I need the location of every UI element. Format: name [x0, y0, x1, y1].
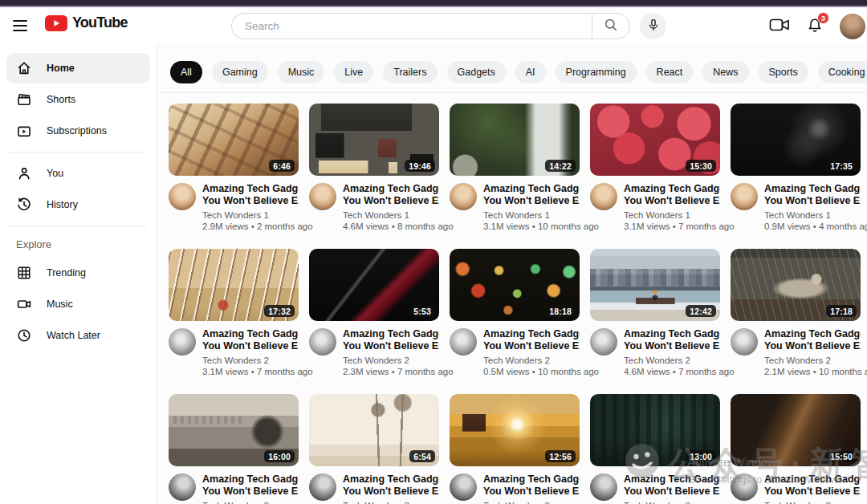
channel-name[interactable]: Tech Wonders 1 [343, 210, 439, 220]
menu-button[interactable] [13, 17, 32, 35]
channel-avatar[interactable] [450, 474, 477, 501]
video-card[interactable]: 17:35 Amazing Tech Gadgets You Won't Bel… [731, 104, 861, 231]
video-thumbnail[interactable]: 17:18 [731, 249, 861, 321]
chip-gaming[interactable]: Gaming [212, 61, 268, 83]
chip-live[interactable]: Live [334, 61, 373, 83]
channel-name[interactable]: Tech Wonders 2 [624, 356, 720, 365]
chip-sports[interactable]: Sports [759, 61, 808, 83]
video-title[interactable]: Amazing Tech Gadgets You Won't Believe E… [624, 183, 720, 207]
channel-avatar[interactable] [169, 328, 196, 356]
video-title[interactable]: Amazing Tech Gadgets You Won't Believe E… [624, 474, 720, 498]
channel-avatar[interactable] [590, 328, 617, 356]
channel-avatar[interactable] [169, 183, 196, 210]
chip-gadgets[interactable]: Gadgets [447, 61, 506, 83]
video-card[interactable]: 19:46 Amazing Tech Gadgets You Won't Bel… [309, 104, 439, 231]
channel-name[interactable]: Tech Wonders 3 [764, 501, 861, 504]
channel-name[interactable]: Tech Wonders 2 [764, 356, 861, 365]
chip-trailers[interactable]: Trailers [383, 61, 437, 83]
channel-name[interactable]: Tech Wonders 2 [202, 356, 299, 365]
video-thumbnail[interactable]: 6:54 [309, 394, 439, 466]
video-card[interactable]: 17:18 Amazing Tech Gadgets You Won't Bel… [731, 249, 861, 376]
video-card[interactable]: 15:50 Amazing Tech Gadgets You Won't Bel… [731, 394, 861, 504]
video-title[interactable]: Amazing Tech Gadgets You Won't Believe E… [202, 328, 299, 352]
chip-cooking[interactable]: Cooking [818, 61, 867, 83]
channel-name[interactable]: Tech Wonders 2 [483, 356, 580, 365]
channel-avatar[interactable] [731, 183, 758, 210]
sidebar-item-trending[interactable]: Trending [6, 258, 150, 288]
video-thumbnail[interactable]: 13:00 [590, 394, 720, 466]
channel-avatar[interactable] [450, 183, 477, 210]
sidebar-item-music[interactable]: Music [6, 289, 150, 319]
chip-ai[interactable]: AI [515, 61, 546, 83]
video-title[interactable]: Amazing Tech Gadgets You Won't Believe E… [483, 183, 580, 207]
create-video-button[interactable] [769, 17, 790, 35]
video-card[interactable]: 6:54 Amazing Tech Gadgets You Won't Beli… [309, 394, 439, 504]
chip-react[interactable]: React [646, 61, 694, 83]
video-thumbnail[interactable]: 19:46 [309, 104, 439, 176]
sidebar-item-watch-later[interactable]: Watch Later [6, 320, 150, 351]
video-card[interactable]: 5:53 Amazing Tech Gadgets You Won't Beli… [309, 249, 439, 376]
channel-name[interactable]: Tech Wonders 1 [764, 210, 861, 220]
channel-avatar[interactable] [590, 183, 617, 210]
youtube-logo[interactable]: YouTube [45, 14, 128, 31]
video-title[interactable]: Amazing Tech Gadgets You Won't Believe E… [343, 328, 439, 352]
video-thumbnail[interactable]: 17:32 [169, 249, 299, 321]
video-title[interactable]: Amazing Tech Gadgets You Won't Believe E… [764, 183, 861, 207]
channel-name[interactable]: Tech Wonders 3 [343, 501, 439, 504]
chip-programming[interactable]: Programming [556, 61, 637, 83]
channel-avatar[interactable] [169, 474, 196, 501]
channel-avatar[interactable] [731, 328, 758, 356]
video-title[interactable]: Amazing Tech Gadgets You Won't Believe E… [624, 328, 720, 352]
channel-name[interactable]: Tech Wonders 1 [483, 210, 580, 220]
channel-name[interactable]: Tech Wonders 3 [202, 501, 299, 504]
channel-name[interactable]: Tech Wonders 2 [343, 356, 439, 365]
video-title[interactable]: Amazing Tech Gadgets You Won't Believe E… [202, 183, 299, 207]
channel-name[interactable]: Tech Wonders 1 [624, 210, 720, 220]
channel-name[interactable]: Tech Wonders 3 [624, 501, 720, 504]
video-title[interactable]: Amazing Tech Gadgets You Won't Believe E… [483, 328, 580, 352]
video-card[interactable]: 18:18 Amazing Tech Gadgets You Won't Bel… [450, 249, 580, 376]
video-title[interactable]: Amazing Tech Gadgets You Won't Believe E… [764, 328, 861, 352]
voice-search-button[interactable] [640, 13, 666, 39]
video-thumbnail[interactable]: 16:00 [169, 394, 299, 466]
video-title[interactable]: Amazing Tech Gadgets You Won't Believe E… [483, 474, 580, 498]
channel-name[interactable]: Tech Wonders 1 [202, 210, 299, 220]
video-card[interactable]: 16:00 Amazing Tech Gadgets You Won't Bel… [169, 394, 299, 504]
video-card[interactable]: 17:32 Amazing Tech Gadgets You Won't Bel… [169, 249, 299, 376]
sidebar-item-history[interactable]: History [6, 189, 150, 220]
channel-avatar[interactable] [309, 183, 336, 210]
video-card[interactable]: 12:42 Amazing Tech Gadgets You Won't Bel… [590, 249, 720, 376]
video-thumbnail[interactable]: 6:46 [169, 104, 299, 176]
video-thumbnail[interactable]: 14:22 [450, 104, 580, 176]
video-thumbnail[interactable]: 15:30 [590, 104, 720, 176]
video-thumbnail[interactable]: 15:50 [731, 394, 861, 466]
chip-music[interactable]: Music [278, 61, 325, 83]
sidebar-item-home[interactable]: Home [6, 53, 150, 83]
search-button[interactable] [592, 13, 630, 39]
video-thumbnail[interactable]: 17:35 [731, 104, 861, 176]
video-card[interactable]: 12:56 Amazing Tech Gadgets You Won't Bel… [450, 394, 580, 504]
channel-avatar[interactable] [309, 328, 336, 356]
sidebar-item-shorts[interactable]: Shorts [6, 84, 150, 115]
channel-avatar[interactable] [309, 474, 336, 501]
channel-avatar[interactable] [731, 474, 758, 501]
video-thumbnail[interactable]: 12:42 [590, 249, 720, 321]
channel-avatar[interactable] [450, 328, 477, 356]
channel-avatar[interactable] [590, 474, 617, 501]
video-card[interactable]: 6:46 Amazing Tech Gadgets You Won't Beli… [169, 104, 299, 231]
video-title[interactable]: Amazing Tech Gadgets You Won't Believe E… [343, 183, 439, 207]
sidebar-item-subscriptions[interactable]: Subscriptions [6, 116, 150, 146]
notifications-button[interactable]: 3 [806, 16, 824, 36]
channel-name[interactable]: Tech Wonders 3 [483, 501, 580, 504]
user-avatar[interactable] [840, 14, 865, 39]
video-thumbnail[interactable]: 12:56 [450, 394, 580, 466]
video-title[interactable]: Amazing Tech Gadgets You Won't Believe E… [343, 474, 439, 498]
video-thumbnail[interactable]: 18:18 [450, 249, 580, 321]
chip-all[interactable]: All [170, 61, 202, 83]
video-card[interactable]: 15:30 Amazing Tech Gadgets You Won't Bel… [590, 104, 720, 231]
video-card[interactable]: 14:22 Amazing Tech Gadgets You Won't Bel… [450, 104, 580, 231]
video-title[interactable]: Amazing Tech Gadgets You Won't Believe E… [202, 474, 299, 498]
video-card[interactable]: 13:00 Amazing Tech Gadgets You Won't Bel… [590, 394, 720, 504]
video-thumbnail[interactable]: 5:53 [309, 249, 439, 321]
search-input[interactable] [231, 13, 592, 39]
